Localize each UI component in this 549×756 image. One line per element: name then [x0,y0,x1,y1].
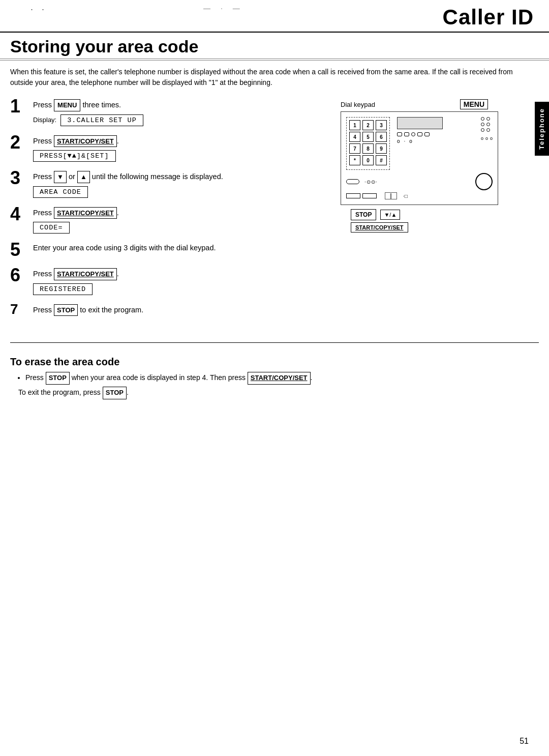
key-3: 3 [376,120,387,130]
up-key-3: ▲ [77,171,90,183]
key-star: * [349,155,360,165]
section-divider [10,342,539,343]
device-round-button [475,173,493,190]
device-rect-2 [404,132,409,136]
erase-bullet: Press STOP when your area code is displa… [25,372,539,385]
key-6: 6 [376,132,387,142]
rdot-6 [486,128,490,132]
step-1-display-value: 3.CALLER SET UP [60,114,143,126]
page-title-area: Storing your area code [0,33,549,61]
steps-column: 1 Press MENU three times. Display: 3.CAL… [0,94,336,332]
rdot-1 [481,117,484,121]
erase-second-line: To exit the program, press STOP. [16,387,539,399]
rdot-row-1 [481,117,493,121]
stop-key-erase-2: STOP [103,387,127,399]
start-copy-key-erase: START/COPY/SET [248,372,311,385]
step-instruction-6: Press START/COPY/SET. [33,268,325,280]
key-4: 4 [349,132,360,142]
degree-symbol: o [397,138,400,144]
device-label-row: Dial keypad MENU [341,99,498,109]
keypad-row-2: 4 5 6 [349,132,387,142]
menu-key-1: MENU [54,99,80,111]
step-5: 5 Enter your area code using 3 digits wi… [10,243,325,259]
step-content-1: Press MENU three times. Display: 3.CALLE… [33,99,325,126]
device-display [397,117,443,129]
start-copy-set-button-diagram: START/COPY/SET [351,222,408,232]
device-dots-row-1 [397,132,475,136]
keypad-row-4: * 0 # [349,155,387,165]
page-number: 51 [520,737,529,746]
dial-keypad: 1 2 3 4 5 6 7 8 9 [346,117,390,170]
step-number-2: 2 [10,133,33,152]
keypad-row-1: 1 2 3 [349,120,387,130]
degree-symbol-2: o [409,138,412,144]
rdot-extra-row: o o o [481,136,493,141]
step-6: 6 Press START/COPY/SET. REGISTERED [10,268,325,295]
step-6-display-value: REGISTERED [33,283,93,295]
device-diagram: 1 2 3 4 5 6 7 8 9 [341,111,498,205]
start-copy-key-2: START/COPY/SET [54,135,117,148]
device-speaker-area: ║ [385,192,397,199]
erase-section: To erase the area code Press STOP when y… [0,353,549,415]
intro-text: When this feature is set, the caller's t… [0,61,549,94]
device-inner-top: 1 2 3 4 5 6 7 8 9 [346,117,493,170]
down-key-3: ▼ [54,171,67,183]
step-2-display-row: PRESS[▼▲]&[SET] [33,149,325,162]
step-number-6: 6 [10,266,33,284]
device-column: Dial keypad MENU 1 2 3 4 5 [336,94,549,332]
key-2: 2 [362,120,374,130]
nav-button-diagram: ▼/▲ [380,210,400,220]
step-instruction-7: Press STOP to exit the program. [33,304,325,316]
device-rect-bottom-2 [362,193,377,198]
step-content-7: Press STOP to exit the program. [33,304,325,318]
device-rect-bottom-1 [346,193,360,198]
erase-title: To erase the area code [10,356,539,368]
step-number-3: 3 [10,169,33,187]
step-6-display-row: REGISTERED [33,282,325,295]
rdot-4 [486,123,490,126]
step-4-display-value: CODE= [33,222,70,234]
rdot-2 [486,117,490,121]
rdot-row-4: o o o [481,136,493,141]
device-right-controls: o o o [479,117,493,170]
header-title: Caller ID [443,5,534,30]
decorative-dashes: — · — [203,4,244,12]
step-instruction-5: Enter your area code using 3 digits with… [33,243,325,254]
step-1-display-row: Display: 3.CALLER SET UP [33,113,325,126]
rdot-row-3 [481,128,493,132]
step-content-6: Press START/COPY/SET. REGISTERED [33,268,325,295]
rdot-3 [481,123,484,126]
step-instruction-1: Press MENU three times. [33,99,325,111]
step-3: 3 Press ▼ or ▲ until the following messa… [10,171,325,198]
device-bottom-row: ║ ·□ [346,192,493,199]
key-7: 7 [349,143,360,154]
step-number-4: 4 [10,205,33,223]
device-long-rect [346,179,359,184]
step-number-1: 1 [10,97,33,115]
device-bottom-rects [346,193,377,198]
device-dots-indicator: ·⊙⊙· [364,179,378,185]
device-bottom-buttons: STOP ▼/▲ [351,209,400,220]
step-content-2: Press START/COPY/SET. PRESS[▼▲]&[SET] [33,135,325,162]
step-number-7: 7 [10,302,33,316]
step-2-display-value: PRESS[▼▲]&[SET] [33,150,116,162]
dial-keypad-label: Dial keypad [341,101,375,108]
rdot-7: o [481,136,483,141]
step-7: 7 Press STOP to exit the program. [10,304,325,318]
step-4: 4 Press START/COPY/SET. CODE= [10,207,325,234]
speaker-icon: ║ [385,192,397,199]
stop-button-diagram: STOP [351,209,376,220]
device-dot-1 [411,132,415,136]
device-rect-4 [424,132,430,136]
rdot-row-2 [481,123,493,126]
step-content-3: Press ▼ or ▲ until the following message… [33,171,325,198]
key-8: 8 [362,143,374,154]
step-4-display-row: CODE= [33,221,325,234]
decorative-dots: · · [30,4,47,15]
device-rect-3 [417,132,422,136]
rdot-8: o [485,136,488,141]
key-hash: # [376,155,387,165]
device-mid-section: o · o [394,117,475,170]
device-small-indicator: · [403,138,407,144]
key-1: 1 [349,120,360,130]
